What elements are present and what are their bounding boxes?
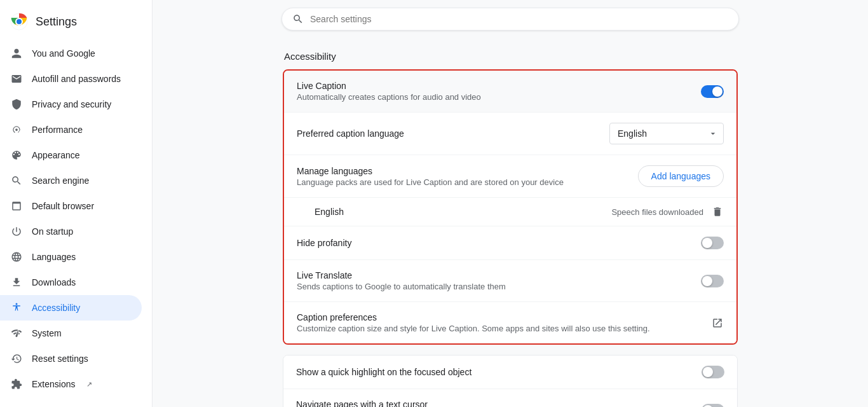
caption-language-control: English Spanish French German <box>609 123 724 144</box>
manage-languages-desc: Language packs are used for Live Caption… <box>297 177 623 187</box>
text-cursor-text: Navigate pages with a text cursor To tur… <box>296 399 686 407</box>
language-item-status-area: Speech files downloaded <box>611 205 724 218</box>
live-caption-text: Live Caption Automatically creates capti… <box>297 81 686 102</box>
extensions-icon <box>10 378 23 390</box>
manage-languages-text: Manage languages Language packs are used… <box>297 166 623 187</box>
caption-language-label: Preferred caption language <box>297 128 594 139</box>
sidebar-item-privacy[interactable]: Privacy and security <box>0 92 142 117</box>
search-bar <box>281 8 739 31</box>
sidebar-header: Settings <box>0 5 152 41</box>
main-content: Accessibility Live Caption Automatically… <box>153 0 868 407</box>
sidebar-label-accessibility: Accessibility <box>32 303 80 313</box>
add-languages-control: Add languages <box>638 165 724 187</box>
autofill-icon <box>10 72 23 85</box>
live-translate-row: Live Translate Sends captions to Google … <box>284 260 736 302</box>
search-input[interactable] <box>310 14 728 24</box>
sidebar-item-default-browser[interactable]: Default browser <box>0 193 142 219</box>
live-caption-row: Live Caption Automatically creates capti… <box>284 71 736 113</box>
sidebar-item-languages[interactable]: Languages <box>0 244 142 270</box>
sidebar-label-reset: Reset settings <box>32 354 88 364</box>
live-caption-card: Live Caption Automatically creates capti… <box>283 69 738 345</box>
live-translate-toggle[interactable] <box>701 275 724 287</box>
caption-prefs-desc: Customize caption size and style for Liv… <box>297 324 696 333</box>
caption-prefs-row: Caption preferences Customize caption si… <box>284 302 736 343</box>
languages-icon <box>10 251 23 263</box>
reset-icon <box>10 352 23 365</box>
search-icon <box>292 13 304 25</box>
sidebar-label-on-startup: On startup <box>32 226 73 237</box>
external-link-icon[interactable] <box>711 317 724 329</box>
quick-highlight-row: Show a quick highlight on the focused ob… <box>283 355 737 389</box>
live-translate-desc: Sends captions to Google to automaticall… <box>297 282 686 291</box>
sidebar-label-downloads: Downloads <box>32 277 76 287</box>
hide-profanity-control <box>701 237 724 249</box>
downloads-icon <box>10 276 23 289</box>
startup-icon <box>10 225 23 238</box>
sidebar-label-you-and-google: You and Google <box>32 48 95 59</box>
quick-highlight-card: Show a quick highlight on the focused ob… <box>283 355 738 407</box>
sidebar: Settings You and Google Autofill and pas… <box>0 0 153 407</box>
sidebar-item-autofill[interactable]: Autofill and passwords <box>0 66 142 92</box>
live-caption-toggle[interactable] <box>701 85 724 98</box>
sidebar-label-privacy: Privacy and security <box>32 99 111 109</box>
shield-icon <box>10 98 23 111</box>
appearance-icon <box>10 149 23 162</box>
sidebar-item-performance[interactable]: Performance <box>0 117 142 142</box>
browser-icon <box>10 200 23 212</box>
sidebar-item-appearance[interactable]: Appearance <box>0 142 142 168</box>
sidebar-label-default-browser: Default browser <box>32 201 94 211</box>
sidebar-item-search-engine[interactable]: Search engine <box>0 168 142 193</box>
hide-profanity-toggle[interactable] <box>701 237 724 249</box>
text-cursor-title: Navigate pages with a text cursor <box>296 399 686 407</box>
quick-highlight-toggle[interactable] <box>702 366 724 378</box>
sidebar-label-system: System <box>32 328 62 338</box>
caption-prefs-title: Caption preferences <box>297 312 696 322</box>
sidebar-label-appearance: Appearance <box>32 150 80 160</box>
person-icon <box>10 47 23 60</box>
search-bar-container <box>153 0 868 41</box>
sidebar-label-languages: Languages <box>32 252 76 262</box>
caption-language-row: Preferred caption language English Spani… <box>284 113 736 155</box>
language-item-name: English <box>315 207 344 217</box>
sidebar-item-reset[interactable]: Reset settings <box>0 346 142 371</box>
sidebar-item-accessibility[interactable]: Accessibility <box>0 295 142 321</box>
live-translate-title: Live Translate <box>297 270 686 280</box>
app-title: Settings <box>36 15 77 29</box>
hide-profanity-text: Hide profanity <box>297 238 686 248</box>
sidebar-label-autofill: Autofill and passwords <box>32 74 121 84</box>
caption-language-select[interactable]: English Spanish French German <box>609 123 724 144</box>
language-item-row: English Speech files downloaded <box>284 198 736 226</box>
delete-language-icon[interactable] <box>711 205 724 218</box>
manage-languages-row: Manage languages Language packs are used… <box>284 155 736 198</box>
add-languages-button[interactable]: Add languages <box>638 165 724 187</box>
sidebar-item-you-and-google[interactable]: You and Google <box>0 41 142 66</box>
language-item-status: Speech files downloaded <box>611 207 703 217</box>
text-cursor-toggle[interactable] <box>702 404 724 408</box>
hide-profanity-row: Hide profanity <box>284 226 736 260</box>
performance-icon <box>10 123 23 136</box>
hide-profanity-label: Hide profanity <box>297 238 686 248</box>
manage-languages-title: Manage languages <box>297 166 623 176</box>
svg-point-2 <box>16 303 18 305</box>
system-icon <box>10 327 23 340</box>
quick-highlight-text: Show a quick highlight on the focused ob… <box>296 367 686 377</box>
chrome-logo-icon <box>10 13 28 31</box>
caption-prefs-control <box>711 317 724 329</box>
settings-main: Accessibility Live Caption Automatically… <box>262 41 758 407</box>
svg-point-1 <box>17 19 22 24</box>
quick-highlight-control <box>702 366 724 378</box>
live-caption-desc: Automatically creates captions for audio… <box>297 92 686 102</box>
caption-language-text: Preferred caption language <box>297 128 594 139</box>
sidebar-item-downloads[interactable]: Downloads <box>0 270 142 295</box>
text-cursor-control <box>702 404 724 408</box>
text-cursor-row: Navigate pages with a text cursor To tur… <box>283 389 737 407</box>
live-caption-title: Live Caption <box>297 81 686 91</box>
sidebar-item-on-startup[interactable]: On startup <box>0 219 142 244</box>
live-translate-text: Live Translate Sends captions to Google … <box>297 270 686 291</box>
search-engine-icon <box>10 174 23 187</box>
sidebar-label-search-engine: Search engine <box>32 176 89 186</box>
sidebar-label-performance: Performance <box>32 125 83 135</box>
caption-prefs-text: Caption preferences Customize caption si… <box>297 312 696 333</box>
sidebar-item-system[interactable]: System <box>0 321 142 346</box>
sidebar-item-extensions[interactable]: Extensions ↗ <box>0 371 142 397</box>
